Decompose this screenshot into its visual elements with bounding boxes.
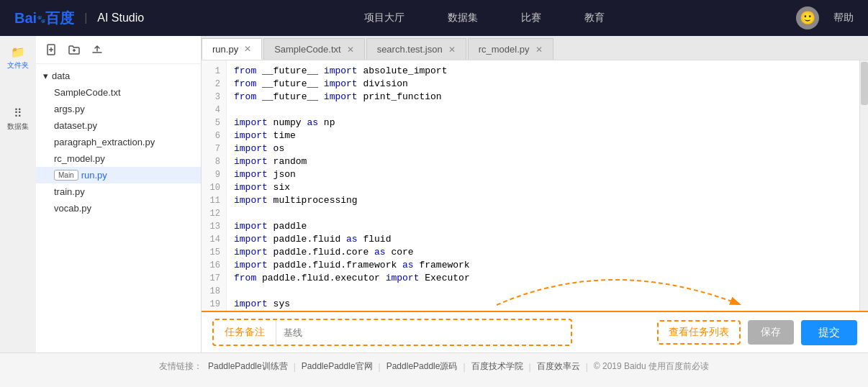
nav-datasets[interactable]: 数据集 [448,12,478,24]
grid-icon: ⠿ [14,106,22,120]
file-runpy[interactable]: Main run.py [36,167,201,183]
baseline-input[interactable] [284,327,564,338]
file-rcmodel[interactable]: rc_model.py [36,150,201,167]
sidebar-item-files[interactable]: 📁 文件夹 [4,43,32,72]
logo-divider: | [84,12,87,24]
header-right: 🙂 帮助 [796,6,854,29]
tab-rcmodel[interactable]: rc_model.py ✕ [468,38,553,60]
file-panel: ▾ data SampleCode.txt args.py dataset.py… [36,36,202,352]
file-vocab-label: vocab.py [54,203,91,214]
new-folder-button[interactable] [66,42,82,58]
baidu-logo: Bai🐾百度 [14,9,74,28]
tab-searchtestjson[interactable]: search.test.json ✕ [366,38,466,60]
editor-area: run.py ✕ SampleCode.txt ✕ search.test.js… [202,36,868,352]
footer-link-paddlesource[interactable]: PaddlePaddle源码 [386,360,458,373]
task-note-area: 任务备注 [212,319,572,346]
footer-link-paddlecamp[interactable]: PaddlePaddle训练营 [208,360,288,373]
tab-samplecode-label: SampleCode.txt [274,44,341,55]
footer-link-paddleofficial[interactable]: PaddlePaddle官网 [302,360,373,373]
tab-rcmodel-close[interactable]: ✕ [535,45,543,55]
tab-runpy-label: run.py [212,44,238,55]
footer-sep-5: | [586,362,588,372]
footer-sep-4: | [529,362,531,372]
tab-samplecode[interactable]: SampleCode.txt ✕ [263,38,365,60]
folder-icon: 📁 [11,45,25,59]
line-numbers: 1234 5678 9101112 13141516 17181920 2122… [202,60,227,311]
file-train[interactable]: train.py [36,183,201,200]
footer: 友情链接： PaddlePaddle训练营 | PaddlePaddle官网 |… [0,352,868,380]
avatar[interactable]: 🙂 [796,6,819,29]
new-file-button[interactable] [43,42,59,58]
file-train-label: train.py [54,186,85,197]
file-runpy-label: run.py [81,170,107,181]
task-note-tab[interactable]: 任务备注 [214,320,276,345]
bottom-bar: 任务备注 查看任务列表 保存 提交 [202,311,868,352]
submit-button[interactable]: 提交 [801,320,857,345]
file-tree: ▾ data SampleCode.txt args.py dataset.py… [36,64,201,352]
tab-runpy-close[interactable]: ✕ [244,44,251,54]
help-link[interactable]: 帮助 [833,12,854,24]
save-button[interactable]: 保存 [748,320,794,345]
file-vocab[interactable]: vocab.py [36,200,201,217]
logo-area: Bai🐾百度 | AI Studio [14,9,144,28]
tab-bar: run.py ✕ SampleCode.txt ✕ search.test.js… [202,36,868,60]
nav-education[interactable]: 教育 [584,12,605,24]
folder-data[interactable]: ▾ data [36,68,201,84]
file-dataset-label: dataset.py [54,120,97,131]
view-tasks-button[interactable]: 查看任务列表 [657,320,741,345]
sidebar-datasets-label: 数据集 [7,122,29,132]
footer-prefix: 友情链接： [159,360,202,373]
code-editor[interactable]: 1234 5678 9101112 13141516 17181920 2122… [202,60,868,311]
nav-competition[interactable]: 比赛 [521,12,541,24]
tab-searchtestjson-close[interactable]: ✕ [448,45,456,55]
task-input-wrapper [276,326,571,339]
upload-button[interactable] [89,42,105,58]
tab-rcmodel-label: rc_model.py [479,44,530,55]
footer-copyright: © 2019 Baidu 使用百度前必读 [594,360,709,373]
footer-link-baidutech[interactable]: 百度技术学院 [471,360,523,373]
sidebar-files-label: 文件夹 [7,60,29,70]
footer-sep-3: | [463,362,465,372]
file-rcmodel-label: rc_model.py [54,153,105,164]
file-args-label: args.py [54,104,85,114]
file-args[interactable]: args.py [36,101,201,117]
header: Bai🐾百度 | AI Studio 项目大厅 数据集 比赛 教育 🙂 帮助 [0,0,868,36]
main-nav: 项目大厅 数据集 比赛 教育 [173,12,796,24]
tab-searchtestjson-label: search.test.json [377,44,443,55]
nav-projects[interactable]: 项目大厅 [364,12,404,24]
footer-link-baiducloud[interactable]: 百度效率云 [537,360,580,373]
tab-samplecode-close[interactable]: ✕ [347,45,354,55]
chevron-down-icon: ▾ [43,70,48,81]
file-samplecode[interactable]: SampleCode.txt [36,84,201,101]
footer-sep-1: | [294,362,296,372]
file-paragraph[interactable]: paragraph_extraction.py [36,134,201,150]
file-samplecode-label: SampleCode.txt [54,87,121,98]
scrollbar-thumb[interactable] [861,62,868,105]
code-content[interactable]: from __future__ import absolute_import f… [227,60,859,311]
footer-sep-2: | [379,362,381,372]
file-dataset[interactable]: dataset.py [36,117,201,134]
main-badge: Main [54,170,78,181]
sidebar-item-datasets[interactable]: ⠿ 数据集 [4,104,32,133]
sidebar-icons: 📁 文件夹 ⠿ 数据集 [0,36,36,352]
scrollbar-right[interactable] [859,60,868,311]
main-container: 📁 文件夹 ⠿ 数据集 ▾ data SampleCo [0,36,868,352]
right-actions: 查看任务列表 保存 提交 [657,320,857,345]
aistudio-logo: AI Studio [97,12,144,24]
file-paragraph-label: paragraph_extraction.py [54,137,155,147]
tab-runpy[interactable]: run.py ✕ [202,38,262,60]
file-toolbar [36,36,201,64]
folder-data-label: data [52,70,70,81]
